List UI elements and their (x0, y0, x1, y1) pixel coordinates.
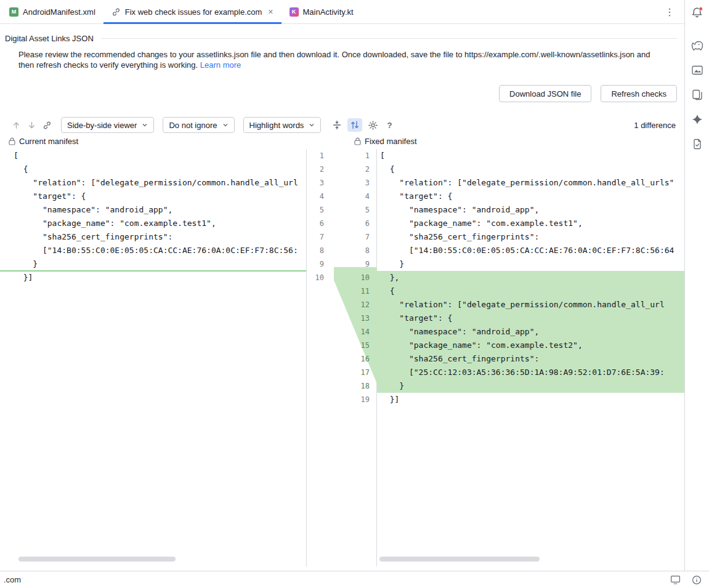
right-editor-lines: [ { "relation": ["delegate_permission/co… (377, 149, 684, 406)
current-manifest-editor[interactable]: [ { "relation": ["delegate_permission/co… (0, 149, 306, 566)
code-line[interactable]: } (377, 257, 684, 271)
chevron-down-icon (309, 122, 315, 128)
lock-icon (354, 137, 361, 145)
code-line[interactable]: "relation": ["delegate_permission/common… (377, 176, 684, 190)
code-line[interactable]: "package_name": "com.example.test2", (377, 339, 684, 352)
diff-gutter: 1122334455667788991010111213141516171819 (306, 149, 377, 566)
horizontal-scrollbar[interactable] (379, 557, 540, 562)
left-editor-lines: [ { "relation": ["delegate_permission/co… (0, 149, 306, 284)
code-line[interactable]: { (377, 284, 684, 298)
gutter-row: 55 (307, 203, 376, 217)
code-line[interactable]: ["14:B0:55:C0:0E:05:05:CA:CC:AE:76:0A:0C… (377, 244, 684, 257)
code-line[interactable]: }] (377, 393, 684, 406)
code-line[interactable]: "target": { (377, 312, 684, 325)
header-divider (101, 38, 677, 39)
code-line[interactable]: "relation": ["delegate_permission/common… (0, 176, 306, 190)
description-text: Please review the recommended changes to… (18, 50, 650, 70)
code-line[interactable]: { (0, 163, 306, 176)
code-line[interactable]: ["14:B0:55:C0:0E:05:05:CA:CC:AE:76:0A:0C… (0, 244, 306, 257)
code-line[interactable]: ["25:CC:12:03:A5:36:36:5D:1A:98:A9:52:01… (377, 366, 684, 379)
code-line[interactable]: "target": { (377, 190, 684, 203)
info-icon[interactable] (692, 575, 702, 585)
code-line[interactable]: { (377, 163, 684, 176)
fixed-manifest-editor[interactable]: [ { "relation": ["delegate_permission/co… (377, 149, 684, 566)
code-line[interactable]: "sha256_cert_fingerprints": (377, 230, 684, 244)
running-devices-icon[interactable] (689, 63, 705, 78)
tab-label: Fix web check issues for example.com (125, 7, 262, 17)
synchronize-scrolling-icon[interactable] (347, 118, 362, 132)
gutter-row: 22 (307, 163, 376, 176)
tab-label: AndroidManifest.xml (23, 7, 95, 17)
more-options-icon[interactable]: ⋮ (655, 6, 684, 18)
code-line[interactable]: [ (377, 149, 684, 163)
line-number-gutter: 1122334455667788991010111213141516171819 (307, 149, 376, 406)
code-line[interactable]: } (377, 379, 684, 393)
ignore-policy-dropdown[interactable]: Do not ignore (163, 117, 234, 133)
code-line[interactable]: "target": { (0, 190, 306, 203)
code-line[interactable]: "sha256_cert_fingerprints": (0, 230, 306, 244)
code-line[interactable]: "relation": ["delegate_permission/common… (377, 298, 684, 312)
close-icon[interactable]: × (268, 7, 273, 16)
right-pane-title: Fixed manifest (365, 137, 417, 146)
code-line[interactable]: "sha256_cert_fingerprints": (377, 352, 684, 366)
code-line[interactable]: }, (377, 271, 684, 284)
tab-label: MainActivity.kt (303, 7, 354, 17)
code-line[interactable]: "package_name": "com.example.test1", (0, 217, 306, 230)
next-difference-icon[interactable] (25, 118, 38, 132)
highlight-mode-dropdown[interactable]: Highlight words (243, 117, 322, 133)
gutter-row: 14 (307, 325, 376, 339)
app-quality-insights-icon[interactable] (689, 137, 705, 151)
jump-to-source-icon[interactable] (41, 118, 53, 132)
gutter-row: 66 (307, 217, 376, 230)
status-bar: .com (0, 571, 709, 588)
gutter-row: 13 (307, 312, 376, 325)
code-line[interactable]: "namespace": "android_app", (0, 203, 306, 217)
download-json-button[interactable]: Download JSON file (499, 85, 591, 102)
panel-description: Please review the recommended changes to… (0, 49, 653, 70)
gutter-row: 19 (307, 393, 376, 406)
diff-viewer: [ { "relation": ["delegate_permission/co… (0, 149, 684, 571)
gutter-row: 16 (307, 352, 376, 366)
gutter-row: 99 (307, 257, 376, 271)
tab-fix-web-check-issues[interactable]: Fix web check issues for example.com × (103, 0, 282, 23)
ide-window: M AndroidManifest.xml Fix web check issu… (0, 0, 709, 588)
collapse-unchanged-icon[interactable] (330, 118, 344, 132)
ignore-policy-label: Do not ignore (169, 121, 217, 130)
diff-toolbar: Side-by-side viewer Do not ignore Highli… (0, 117, 684, 133)
gutter-row: 1010 (307, 271, 376, 284)
code-line[interactable]: } (0, 257, 306, 271)
difference-count: 1 difference (634, 121, 676, 130)
kotlin-file-icon: K (290, 7, 299, 17)
chevron-down-icon (222, 122, 229, 128)
tab-androidmanifest[interactable]: M AndroidManifest.xml (1, 0, 103, 23)
code-line[interactable]: "package_name": "com.example.test1", (377, 217, 684, 230)
action-buttons: Download JSON file Refresh checks (0, 85, 684, 102)
gemini-icon[interactable] (689, 112, 705, 127)
manifest-file-icon: M (9, 7, 18, 17)
right-pane-header: Fixed manifest (354, 137, 417, 146)
settings-gear-icon[interactable] (365, 118, 380, 132)
help-icon[interactable]: ? (383, 118, 395, 132)
gutter-row: 88 (307, 244, 376, 257)
code-line[interactable]: "namespace": "android_app", (377, 203, 684, 217)
learn-more-link[interactable]: Learn more (200, 60, 241, 70)
gutter-row: 44 (307, 190, 376, 203)
panel-header: Digital Asset Links JSON (0, 34, 684, 43)
code-line[interactable]: "namespace": "android_app", (377, 325, 684, 339)
previous-difference-icon[interactable] (10, 118, 22, 132)
gradle-icon[interactable] (689, 38, 705, 53)
device-manager-icon[interactable] (689, 87, 705, 102)
code-line[interactable]: [ (0, 149, 306, 163)
insertion-marker (0, 270, 306, 272)
code-line[interactable]: }] (0, 271, 306, 284)
highlight-mode-label: Highlight words (249, 121, 304, 130)
gutter-row: 12 (307, 298, 376, 312)
gutter-row: 33 (307, 176, 376, 190)
gutter-row: 15 (307, 339, 376, 352)
notifications-bell-icon[interactable] (689, 5, 705, 20)
refresh-checks-button[interactable]: Refresh checks (601, 85, 677, 102)
tab-mainactivity[interactable]: K MainActivity.kt (282, 0, 362, 23)
horizontal-scrollbar[interactable] (18, 557, 176, 562)
screen-share-icon[interactable] (670, 575, 681, 584)
viewer-mode-dropdown[interactable]: Side-by-side viewer (61, 117, 154, 133)
